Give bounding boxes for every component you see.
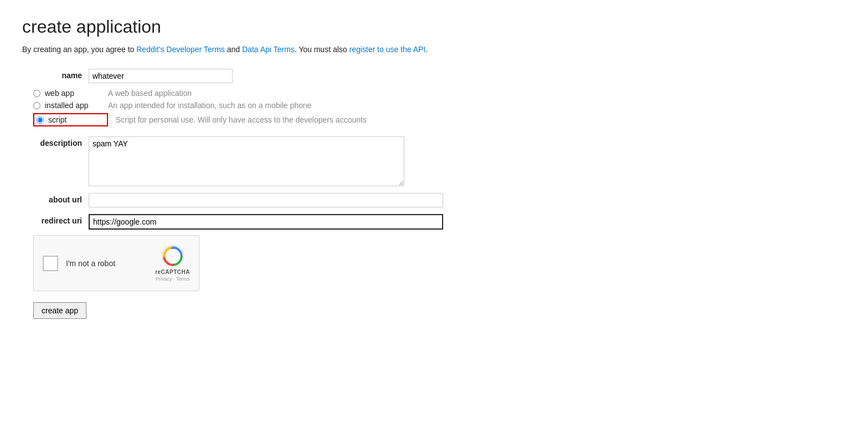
register-api-link[interactable]: register to use the API [350, 45, 426, 54]
installed-app-radio-row: installed app An app intended for instal… [33, 101, 846, 110]
page-title: create application [22, 17, 846, 37]
recaptcha-right: reCAPTCHA Privacy · Terms [155, 245, 190, 282]
recaptcha-label: I'm not a robot [66, 259, 115, 268]
installed-app-desc: An app intended for installation, such a… [108, 101, 311, 110]
script-radio-row: script Script for personal use. Will onl… [33, 113, 846, 126]
redirect-uri-label: redirect uri [22, 214, 89, 225]
intro-text-2: and [225, 45, 242, 54]
recaptcha-box[interactable]: I'm not a robot reCAPTCHA Privacy · Term… [33, 235, 199, 291]
web-app-desc: A web based application [108, 89, 192, 98]
recaptcha-section: I'm not a robot reCAPTCHA Privacy · Term… [33, 235, 846, 291]
script-desc: Script for personal use. Will only have … [116, 115, 367, 124]
intro-text-3: . You must also [295, 45, 350, 54]
web-app-radio[interactable] [33, 90, 40, 97]
web-app-label[interactable]: web app [45, 89, 100, 98]
description-row: description spam YAY [22, 136, 846, 186]
redirect-uri-input[interactable] [89, 214, 443, 230]
redirect-uri-input-col [89, 214, 846, 230]
about-url-input[interactable] [89, 193, 443, 207]
name-input-col [89, 69, 846, 83]
installed-app-label[interactable]: installed app [45, 101, 100, 110]
installed-app-radio[interactable] [33, 102, 40, 109]
about-url-row: about url [22, 193, 846, 207]
about-url-input-col [89, 193, 846, 207]
description-textarea[interactable]: spam YAY [89, 136, 404, 186]
intro-text: By creating an app, you agree to Reddit'… [22, 44, 846, 55]
recaptcha-icon [161, 245, 184, 268]
recaptcha-links[interactable]: Privacy · Terms [156, 276, 189, 282]
intro-text-4: . [425, 45, 428, 54]
script-radio[interactable] [37, 116, 44, 124]
script-radio-wrapper: script [33, 113, 108, 126]
name-row: name [22, 69, 846, 83]
name-input[interactable] [89, 69, 233, 83]
create-app-button[interactable]: create app [33, 302, 86, 319]
name-label: name [22, 69, 89, 80]
description-label: description [22, 136, 89, 148]
about-url-label: about url [22, 193, 89, 204]
create-app-section: create app [33, 302, 846, 319]
redirect-uri-row: redirect uri [22, 214, 846, 230]
web-app-radio-row: web app A web based application [33, 89, 846, 98]
app-type-radio-group: web app A web based application installe… [22, 89, 846, 126]
script-label[interactable]: script [48, 115, 104, 124]
recaptcha-checkbox[interactable] [43, 256, 58, 271]
data-api-terms-link[interactable]: Data Api Terms [242, 45, 295, 54]
description-input-col: spam YAY [89, 136, 846, 186]
recaptcha-left: I'm not a robot [43, 256, 115, 271]
recaptcha-brand: reCAPTCHA [155, 269, 190, 275]
intro-text-1: By creating an app, you agree to [22, 45, 136, 54]
reddit-dev-terms-link[interactable]: Reddit's Developer Terms [136, 45, 225, 54]
